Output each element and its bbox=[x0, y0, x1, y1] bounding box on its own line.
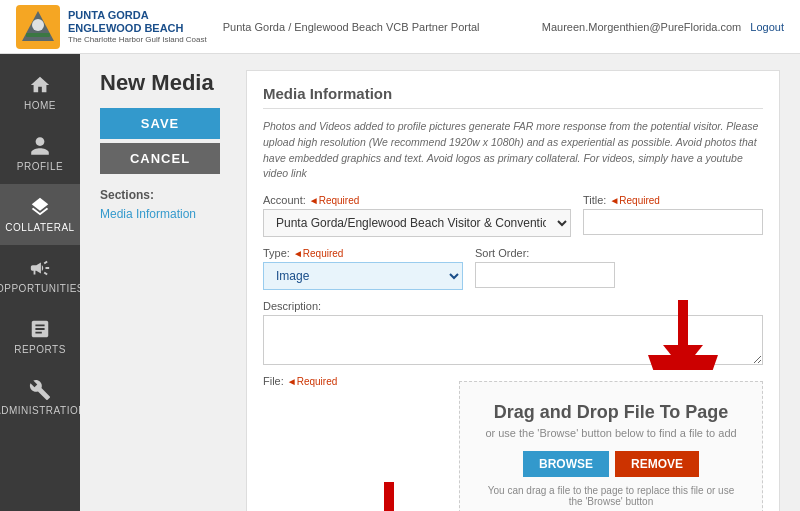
sort-order-label: Sort Order: bbox=[475, 247, 615, 259]
sidebar-label-reports: REPORTS bbox=[14, 344, 66, 355]
user-email: Maureen.Morgenthien@PureFlorida.com bbox=[542, 21, 741, 33]
layers-icon bbox=[29, 196, 51, 218]
sections-label: Sections: bbox=[100, 188, 230, 202]
left-controls: New Media SAVE CANCEL Sections: Media In… bbox=[100, 70, 230, 221]
sidebar-label-opportunities: OPPORTUNITIES bbox=[0, 283, 84, 294]
spacer bbox=[627, 247, 763, 290]
sort-order-input[interactable] bbox=[475, 262, 615, 288]
page-title: New Media bbox=[100, 70, 230, 96]
sidebar-item-reports[interactable]: REPORTS bbox=[0, 306, 80, 367]
file-left: File: ◄Required bbox=[263, 375, 443, 390]
type-sort-row: Type: ◄Required ImageVideo Sort Order: bbox=[263, 247, 763, 290]
logo-line2: Englewood Beach bbox=[68, 22, 207, 35]
logo-icon bbox=[16, 5, 60, 49]
account-group: Account: ◄Required Punta Gorda/Englewood… bbox=[263, 194, 571, 237]
type-group: Type: ◄Required ImageVideo bbox=[263, 247, 463, 290]
remove-button[interactable]: REMOVE bbox=[615, 451, 699, 477]
sort-order-group: Sort Order: bbox=[475, 247, 615, 290]
file-label: File: ◄Required bbox=[263, 375, 443, 387]
account-required: ◄Required bbox=[309, 195, 359, 206]
drag-drop-title: Drag and Drop File To Page bbox=[480, 402, 742, 423]
sidebar-item-collateral[interactable]: COLLATERAL bbox=[0, 184, 80, 245]
right-form: Media Information Photos and Videos adde… bbox=[246, 70, 780, 511]
sidebar: HOME PROFILE COLLATERAL OPPORTUNITIES RE… bbox=[0, 54, 80, 511]
sidebar-item-profile[interactable]: PROFILE bbox=[0, 123, 80, 184]
header-user: Maureen.Morgenthien@PureFlorida.com Logo… bbox=[542, 21, 784, 33]
info-text: Photos and Videos added to profile pictu… bbox=[263, 119, 763, 182]
wrench-icon bbox=[29, 379, 51, 401]
browse-button[interactable]: BROWSE bbox=[523, 451, 609, 477]
breadcrumb: Punta Gorda / Englewood Beach VCB Partne… bbox=[223, 21, 542, 33]
home-icon bbox=[29, 74, 51, 96]
main-content: New Media SAVE CANCEL Sections: Media In… bbox=[80, 54, 800, 511]
chart-icon bbox=[29, 318, 51, 340]
header: Punta Gorda Englewood Beach The Charlott… bbox=[0, 0, 800, 54]
title-input[interactable] bbox=[583, 209, 763, 235]
file-upload-container: Drag and Drop File To Page or use the 'B… bbox=[459, 375, 763, 511]
file-upload-area: Drag and Drop File To Page or use the 'B… bbox=[459, 381, 763, 511]
sidebar-label-profile: PROFILE bbox=[17, 161, 63, 172]
type-label: Type: ◄Required bbox=[263, 247, 463, 259]
cancel-button[interactable]: CANCEL bbox=[100, 143, 220, 174]
account-select[interactable]: Punta Gorda/Englewood Beach Visitor & Co… bbox=[263, 209, 571, 237]
file-required: ◄Required bbox=[287, 376, 337, 387]
layout: HOME PROFILE COLLATERAL OPPORTUNITIES RE… bbox=[0, 54, 800, 511]
title-required: ◄Required bbox=[609, 195, 659, 206]
svg-point-2 bbox=[32, 19, 44, 31]
logout-link[interactable]: Logout bbox=[750, 21, 784, 33]
svg-rect-3 bbox=[26, 33, 50, 37]
sidebar-label-administration: ADMINISTRATION bbox=[0, 405, 86, 416]
title-label: Title: ◄Required bbox=[583, 194, 763, 206]
type-select[interactable]: ImageVideo bbox=[263, 262, 463, 290]
red-arrow-listings bbox=[339, 482, 439, 511]
sidebar-item-administration[interactable]: ADMINISTRATION bbox=[0, 367, 80, 428]
megaphone-icon bbox=[29, 257, 51, 279]
sidebar-item-opportunities[interactable]: OPPORTUNITIES bbox=[0, 245, 80, 306]
save-button[interactable]: SAVE bbox=[100, 108, 220, 139]
title-group: Title: ◄Required bbox=[583, 194, 763, 237]
type-required: ◄Required bbox=[293, 248, 343, 259]
sidebar-item-home[interactable]: HOME bbox=[0, 62, 80, 123]
logo-line1: Punta Gorda bbox=[68, 9, 207, 22]
svg-marker-6 bbox=[663, 345, 703, 370]
sections-link[interactable]: Media Information bbox=[100, 207, 196, 221]
account-title-row: Account: ◄Required Punta Gorda/Englewood… bbox=[263, 194, 763, 237]
red-arrow-down bbox=[643, 300, 723, 370]
sidebar-label-home: HOME bbox=[24, 100, 56, 111]
logo: Punta Gorda Englewood Beach The Charlott… bbox=[16, 5, 207, 49]
form-section-title: Media Information bbox=[263, 85, 763, 109]
logo-line3: The Charlotte Harbor Gulf Island Coast bbox=[68, 35, 207, 45]
sidebar-label-collateral: COLLATERAL bbox=[5, 222, 74, 233]
account-label: Account: ◄Required bbox=[263, 194, 571, 206]
drag-note: You can drag a file to the page to repla… bbox=[480, 485, 742, 507]
drag-drop-sub: or use the 'Browse' button below to find… bbox=[480, 427, 742, 439]
person-icon bbox=[29, 135, 51, 157]
file-buttons: BROWSE REMOVE bbox=[480, 451, 742, 477]
